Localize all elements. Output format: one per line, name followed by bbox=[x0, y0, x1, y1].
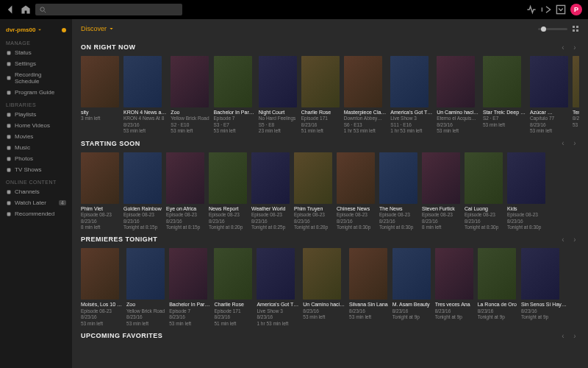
card-title: Golden Rainbow bbox=[123, 206, 162, 212]
media-card[interactable]: Phim TruyenEpisode 08-238/23/16Tonight a… bbox=[294, 152, 332, 231]
card-time: 53 min left bbox=[126, 321, 165, 327]
sidebar-item-recording-schedule[interactable]: Recording Schedule bbox=[0, 69, 72, 87]
media-card[interactable]: sity3 min left bbox=[81, 56, 119, 135]
sidebar-item-home-videos[interactable]: Home Videos bbox=[0, 120, 72, 131]
nav-label: Home Videos bbox=[15, 122, 50, 129]
media-card[interactable]: Moisés, Los 10 …Episode 08-238/23/1653 m… bbox=[81, 248, 122, 327]
page-next-icon[interactable]: › bbox=[570, 331, 579, 340]
star-icon bbox=[6, 211, 12, 217]
media-card[interactable]: America's Got T…Live Show 3S11 · E161 hr… bbox=[390, 56, 432, 135]
media-card[interactable]: America's Got T…Live Show 38/23/161 hr 5… bbox=[257, 248, 298, 327]
settings-icon[interactable] bbox=[556, 4, 566, 15]
sidebar-item-tv-shows[interactable]: TV Shows bbox=[0, 164, 72, 175]
media-card[interactable]: Phim VietEpisode 08-238/23/168 min left bbox=[81, 152, 119, 231]
sidebar-item-status[interactable]: Status bbox=[0, 47, 72, 58]
media-card[interactable]: Tres veces Ana8/23/16Tonight at 9p bbox=[435, 248, 473, 327]
cast-icon[interactable] bbox=[541, 4, 551, 15]
zoom-slider[interactable] bbox=[538, 28, 567, 30]
tab-discover[interactable]: Discover bbox=[81, 25, 114, 32]
activity-icon[interactable] bbox=[526, 4, 537, 15]
svg-rect-3 bbox=[7, 62, 11, 66]
media-card[interactable]: KRON 4 News a…KRON 4 News At 88/23/1653 … bbox=[123, 56, 166, 135]
media-card[interactable]: Un Camino haci…8/23/1653 min left bbox=[303, 248, 345, 327]
nav-label: Status bbox=[15, 49, 32, 56]
card-time: 53 m bbox=[573, 122, 579, 128]
media-card[interactable]: Charlie RoseEpisode 1718/23/1651 min lef… bbox=[301, 56, 340, 135]
card-subtitle: Episode 08-23 bbox=[81, 212, 119, 218]
card-meta: S5 · E8 bbox=[259, 122, 297, 128]
card-meta: 8/23/16 bbox=[507, 219, 545, 224]
page-prev-icon[interactable]: ‹ bbox=[559, 139, 567, 148]
card-subtitle: Episode 08-23 bbox=[209, 212, 247, 218]
media-card[interactable]: ZooYellow Brick Road8/23/1653 min left bbox=[126, 248, 165, 327]
card-title: News Report bbox=[209, 206, 247, 212]
section: UPCOMING FAVORITES‹› bbox=[81, 331, 579, 344]
media-card[interactable]: Charlie RoseEpisode 1718/23/1651 min lef… bbox=[214, 248, 252, 327]
card-subtitle: Live Show 3 bbox=[390, 116, 432, 121]
media-card[interactable]: Golden RainbowEpisode 08-238/23/16Tonigh… bbox=[123, 152, 162, 231]
poster-image bbox=[435, 248, 473, 300]
svg-rect-17 bbox=[573, 29, 575, 32]
page-next-icon[interactable]: › bbox=[570, 43, 579, 52]
sidebar-item-channels[interactable]: Channels bbox=[0, 186, 72, 197]
poster-image bbox=[123, 56, 162, 107]
media-card[interactable]: Eye on AfricaEpisode 08-238/23/16Tonight… bbox=[166, 152, 204, 231]
media-card[interactable]: Teng8/2353 m bbox=[573, 56, 579, 135]
user-avatar[interactable]: P bbox=[570, 4, 582, 15]
back-icon[interactable] bbox=[6, 4, 16, 15]
sidebar-item-recommended[interactable]: Recommended bbox=[0, 208, 72, 219]
poster-image bbox=[437, 56, 475, 107]
svg-rect-13 bbox=[7, 201, 11, 205]
server-selector[interactable]: dvr-pms00 bbox=[0, 24, 72, 36]
media-card[interactable]: News ReportEpisode 08-238/23/16Tonight a… bbox=[209, 152, 247, 231]
media-card[interactable]: Steven FurtickEpisode 08-238/23/168 min … bbox=[422, 152, 460, 231]
card-time: 53 min left bbox=[169, 321, 209, 327]
media-card[interactable]: Masterpiece Cla…Downton Abbey…S6 · E131 … bbox=[344, 56, 387, 135]
card-subtitle: Capítulo 77 bbox=[530, 116, 568, 121]
card-meta: 8/23/16 bbox=[478, 308, 517, 314]
sidebar-item-movies[interactable]: Movies bbox=[0, 131, 72, 142]
sidebar-item-music[interactable]: Music bbox=[0, 142, 72, 153]
card-time: Tonight at 8:30p bbox=[379, 224, 417, 230]
page-prev-icon[interactable]: ‹ bbox=[559, 43, 567, 52]
search-input[interactable] bbox=[35, 4, 182, 15]
page-prev-icon[interactable]: ‹ bbox=[559, 331, 567, 340]
media-card[interactable]: ZooYellow Brick RoadS2 · E1053 min left bbox=[171, 56, 209, 135]
media-card[interactable]: Silvana Sin Lana8/23/1653 min left bbox=[349, 248, 388, 327]
media-card[interactable]: Bachelor In Par…Episode 78/23/1653 min l… bbox=[169, 248, 209, 327]
card-title: Night Court bbox=[259, 110, 297, 116]
sidebar-item-playlists[interactable]: Playlists bbox=[0, 109, 72, 120]
card-meta: 8/23/16 bbox=[521, 308, 567, 314]
media-card[interactable]: Cai LuongEpisode 08-238/23/16Tonight at … bbox=[465, 152, 503, 231]
media-card[interactable]: La Ronca de Oro8/23/16Tonight at 9p bbox=[478, 248, 517, 327]
media-card[interactable]: Weather WorldEpisode 08-238/23/16Tonight… bbox=[251, 152, 290, 231]
card-meta: 8/23/16 bbox=[81, 314, 122, 320]
card-meta: 8/23/16 bbox=[251, 219, 290, 224]
media-card[interactable]: Sin Senos Sí Hay…8/23/16Tonight at 9p bbox=[521, 248, 567, 327]
sidebar-item-program-guide[interactable]: Program Guide bbox=[0, 87, 72, 98]
sidebar-item-photos[interactable]: Photos bbox=[0, 153, 72, 164]
home-icon[interactable] bbox=[21, 4, 31, 15]
media-card[interactable]: Chinese NewsEpisode 08-238/23/16Tonight … bbox=[337, 152, 375, 231]
media-card[interactable]: Star Trek: Deep …S2 · E753 min left bbox=[483, 56, 526, 135]
media-card[interactable]: The NewsEpisode 08-238/23/16Tonight at 8… bbox=[379, 152, 417, 231]
sidebar-item-settings[interactable]: Settings bbox=[0, 58, 72, 69]
page-prev-icon[interactable]: ‹ bbox=[559, 235, 567, 244]
card-subtitle: Episode 08-23 bbox=[465, 212, 503, 218]
media-card[interactable]: KidsEpisode 08-238/23/16Tonight at 8:30p bbox=[507, 152, 545, 231]
section-title: UPCOMING FAVORITES bbox=[81, 332, 162, 339]
poster-image bbox=[171, 56, 209, 107]
media-card[interactable]: M. Asam Beauty8/23/16Tonight at 9p bbox=[392, 248, 431, 327]
card-meta: 8/23/16 bbox=[123, 122, 166, 128]
grid-view-icon[interactable] bbox=[572, 25, 579, 32]
page-next-icon[interactable]: › bbox=[570, 139, 579, 148]
sidebar-item-watch-later[interactable]: Watch Later4 bbox=[0, 197, 72, 208]
media-card[interactable]: Azúcar …Capítulo 778/23/1653 min left bbox=[530, 56, 568, 135]
poster-image bbox=[379, 152, 417, 204]
page-next-icon[interactable]: › bbox=[570, 235, 579, 244]
media-card[interactable]: Un Camino haci…Eterno el Acquis…8/23/165… bbox=[437, 56, 478, 135]
card-subtitle: Yellow Brick Road bbox=[126, 308, 165, 314]
media-card[interactable]: Night CourtNo Hard FeelingsS5 · E823 min… bbox=[259, 56, 297, 135]
chevron-down-icon bbox=[109, 26, 114, 32]
media-card[interactable]: Bachelor In Par…Episode 7S3 · E753 min l… bbox=[214, 56, 254, 135]
